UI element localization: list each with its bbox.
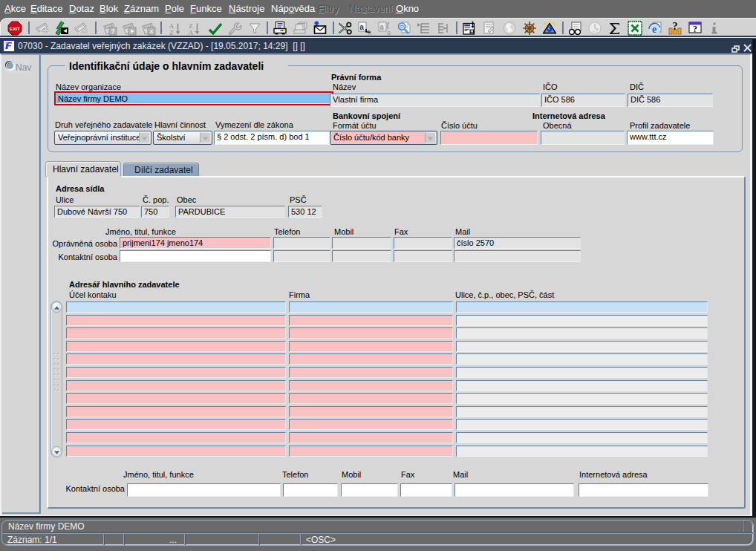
svg-text:a: a: [368, 29, 371, 36]
svg-text:A: A: [189, 29, 194, 36]
svg-text:a: a: [387, 29, 391, 36]
svg-text:?: ?: [111, 27, 115, 35]
svg-text:?: ?: [672, 21, 678, 32]
svg-text:e: e: [652, 24, 656, 35]
svg-text:Z: Z: [169, 29, 174, 36]
svg-text:x: x: [149, 27, 153, 35]
svg-text:1315: 1315: [592, 30, 599, 33]
svg-text:a: a: [359, 23, 364, 31]
svg-text:?: ?: [693, 24, 697, 34]
svg-text:EXIT: EXIT: [10, 26, 20, 31]
svg-text:a: a: [379, 23, 384, 31]
